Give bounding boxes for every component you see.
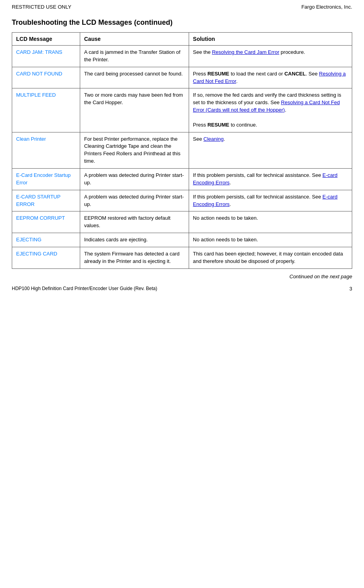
table-row: E-CARD STARTUP ERROR A problem was detec… — [12, 190, 352, 211]
table-row: CARD JAM: TRANS A card is jammed in the … — [12, 46, 352, 67]
resume-bold-2: RESUME — [208, 122, 230, 128]
table-row: EJECTING Indicates cards are ejecting. N… — [12, 233, 352, 247]
resume-bold: RESUME — [208, 71, 230, 77]
cause-cell: EEPROM restored with factory default val… — [80, 211, 189, 233]
solution-cell: If so, remove the fed cards and verify t… — [189, 88, 352, 132]
cause-text: EEPROM restored with factory default val… — [84, 215, 171, 228]
ecard-encoding-errors-link-1[interactable]: E-card Encoding Errors — [193, 172, 338, 186]
header-left: RESTRICTED USE ONLY — [12, 4, 71, 10]
cause-cell: For best Printer performance, replace th… — [80, 132, 189, 168]
table-header-row: LCD Message Cause Solution — [12, 33, 352, 46]
cause-cell: The card being processed cannot be found… — [80, 67, 189, 88]
cause-cell: Indicates cards are ejecting. — [80, 233, 189, 247]
lcd-message-text: E-CARD STARTUP ERROR — [16, 194, 61, 207]
solution-cell: Press RESUME to load the next card or CA… — [189, 67, 352, 88]
col-header-cause: Cause — [80, 33, 189, 46]
solution-cell: No action needs to be taken. — [189, 233, 352, 247]
resolving-card-not-fed-hopper-link[interactable]: Resolving a Card Not Fed Error (Cards wi… — [193, 99, 340, 113]
cause-cell: Two or more cards may have been fed from… — [80, 88, 189, 132]
cause-text: A problem was detected during Printer st… — [84, 194, 184, 207]
solution-cell: This card has been ejected; however, it … — [189, 247, 352, 268]
cause-text: The card being processed cannot be found… — [84, 71, 183, 77]
lcd-message-cell: E-CARD STARTUP ERROR — [12, 190, 80, 211]
cleaning-link[interactable]: Cleaning — [204, 136, 224, 142]
table-row: CARD NOT FOUND The card being processed … — [12, 67, 352, 88]
lcd-message-cell: E-Card Encoder Startup Error — [12, 168, 80, 190]
table-row: EJECTING CARD The system Firmware has de… — [12, 247, 352, 268]
cause-cell: A problem was detected during Printer st… — [80, 168, 189, 190]
solution-text: This card has been ejected; however, it … — [193, 251, 343, 264]
cause-cell: A problem was detected during Printer st… — [80, 190, 189, 211]
solution-text: No action needs to be taken. — [193, 215, 258, 221]
footer-left: HDP100 High Definition Card Printer/Enco… — [12, 286, 157, 291]
solution-text: See Cleaning. — [193, 136, 225, 142]
solution-cell: If this problem persists, call for techn… — [189, 168, 352, 190]
solution-text: If this problem persists, call for techn… — [193, 172, 338, 186]
resolving-card-jam-link[interactable]: Resolving the Card Jam Error — [212, 49, 279, 55]
cause-text: Two or more cards may have been fed from… — [84, 92, 183, 105]
page-header: RESTRICTED USE ONLY Fargo Electronics, I… — [12, 4, 352, 11]
lcd-message-cell: CARD JAM: TRANS — [12, 46, 80, 67]
solution-cell: See Cleaning. — [189, 132, 352, 168]
page-wrapper: RESTRICTED USE ONLY Fargo Electronics, I… — [0, 0, 364, 588]
page-footer: HDP100 High Definition Card Printer/Enco… — [12, 286, 352, 292]
solution-extra-text: Press RESUME to continue. — [193, 122, 257, 128]
cause-cell: The system Firmware has detected a card … — [80, 247, 189, 268]
lcd-message-cell: EEPROM CORRUPT — [12, 211, 80, 233]
cause-text: The system Firmware has detected a card … — [84, 251, 180, 264]
solution-text: See the Resolving the Card Jam Error pro… — [193, 49, 305, 55]
solution-text: No action needs to be taken. — [193, 237, 258, 243]
lcd-message-text: EEPROM CORRUPT — [16, 215, 65, 221]
lcd-message-text: MULTIPLE FEED — [16, 92, 56, 98]
solution-cell: If this problem persists, call for techn… — [189, 190, 352, 211]
lcd-message-text: EJECTING CARD — [16, 251, 57, 257]
solution-text: Press RESUME to load the next card or CA… — [193, 71, 346, 84]
lcd-message-text: CARD NOT FOUND — [16, 71, 62, 77]
cause-text: A card is jammed in the Transfer Station… — [84, 49, 180, 62]
cancel-bold: CANCEL — [284, 71, 305, 77]
solution-cell: See the Resolving the Card Jam Error pro… — [189, 46, 352, 67]
lcd-message-text: E-Card Encoder Startup Error — [16, 172, 71, 186]
header-right: Fargo Electronics, Inc. — [301, 4, 352, 10]
lcd-message-cell: EJECTING CARD — [12, 247, 80, 268]
page-title: Troubleshooting the LCD Messages (contin… — [12, 18, 352, 27]
table-row: MULTIPLE FEED Two or more cards may have… — [12, 88, 352, 132]
cause-text: Indicates cards are ejecting. — [84, 237, 148, 243]
lcd-message-cell: Clean Printer — [12, 132, 80, 168]
cause-cell: A card is jammed in the Transfer Station… — [80, 46, 189, 67]
lcd-message-text: EJECTING — [16, 237, 41, 243]
lcd-message-cell: MULTIPLE FEED — [12, 88, 80, 132]
lcd-message-text: CARD JAM: TRANS — [16, 49, 63, 55]
col-header-solution: Solution — [189, 33, 352, 46]
table-row: E-Card Encoder Startup Error A problem w… — [12, 168, 352, 190]
solution-text: If this problem persists, call for techn… — [193, 194, 338, 207]
lcd-message-cell: CARD NOT FOUND — [12, 67, 80, 88]
cause-text: For best Printer performance, replace th… — [84, 136, 180, 164]
table-row: Clean Printer For best Printer performan… — [12, 132, 352, 168]
ecard-encoding-errors-link-2[interactable]: E-card Encoding Errors — [193, 194, 338, 207]
continued-text: Continued on the next page — [12, 274, 352, 279]
solution-text: If so, remove the fed cards and verify t… — [193, 92, 341, 113]
footer-right: 3 — [349, 286, 352, 292]
lcd-message-text: Clean Printer — [16, 136, 46, 142]
solution-cell: No action needs to be taken. — [189, 211, 352, 233]
cause-text: A problem was detected during Printer st… — [84, 172, 184, 186]
col-header-lcd: LCD Message — [12, 33, 80, 46]
lcd-message-cell: EJECTING — [12, 233, 80, 247]
lcd-messages-table: LCD Message Cause Solution CARD JAM: TRA… — [12, 32, 352, 269]
table-row: EEPROM CORRUPT EEPROM restored with fact… — [12, 211, 352, 233]
